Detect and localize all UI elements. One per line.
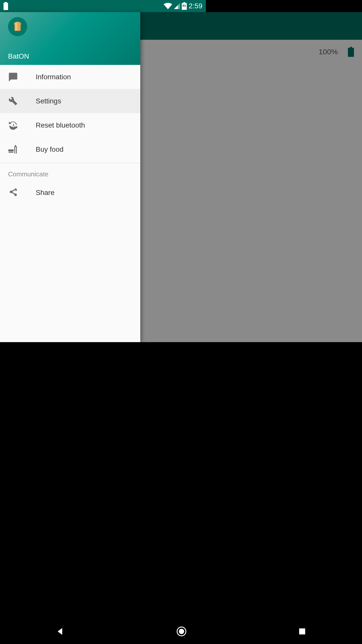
- statusbar-battery-icon: [4, 2, 8, 10]
- nav-item-settings[interactable]: Settings: [0, 89, 140, 113]
- nav-drawer: BatON Information Settings Reset bluetoo…: [0, 12, 140, 342]
- chat-icon: [8, 72, 27, 82]
- drawer-app-name: BatON: [8, 52, 132, 60]
- wrench-icon: [8, 96, 27, 106]
- nav-item-reset-bluetooth[interactable]: Reset bluetooth: [0, 113, 140, 137]
- food-icon: [8, 144, 27, 154]
- statusbar-clock: 2:59: [189, 2, 203, 10]
- nav-item-buy-food[interactable]: Buy food: [0, 137, 140, 162]
- nav-item-label: Buy food: [27, 145, 64, 153]
- nav-section-communicate: Communicate: [0, 165, 140, 181]
- wifi-icon: [164, 3, 172, 9]
- app-avatar: [8, 17, 27, 36]
- share-icon: [8, 188, 27, 198]
- nav-divider: [0, 163, 140, 163]
- status-bar: 84 2:59: [0, 0, 206, 12]
- sync-warn-icon: [8, 120, 27, 130]
- nav-item-label: Share: [27, 189, 55, 197]
- nav-item-label: Settings: [27, 97, 61, 105]
- cell-signal-icon: [174, 3, 180, 9]
- statusbar-battery-level: 84: [182, 4, 187, 8]
- nav-item-share[interactable]: Share: [0, 181, 140, 205]
- nav-item-label: Information: [27, 73, 71, 81]
- nav-item-information[interactable]: Information: [0, 65, 140, 89]
- nav-item-label: Reset bluetooth: [27, 121, 85, 129]
- statusbar-battery-pct-icon: 84: [182, 2, 187, 10]
- drawer-header: BatON: [0, 12, 140, 65]
